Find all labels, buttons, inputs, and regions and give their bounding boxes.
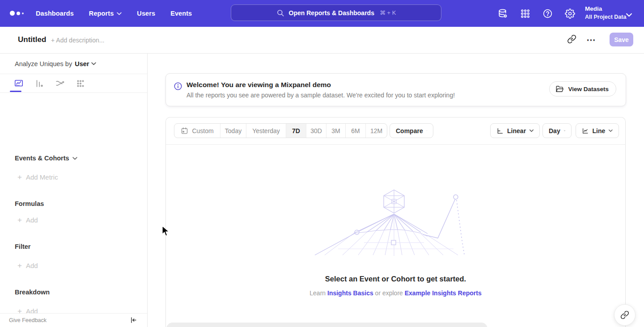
- empty-state-links: Learn Insights Basics or explore Example…: [166, 289, 625, 297]
- calendar-icon: [181, 127, 188, 134]
- analyze-uniques-row: Analyze Uniques by User: [0, 54, 147, 74]
- report-header: Untitled + Add description... ⋯ Save: [0, 27, 644, 54]
- give-feedback-link[interactable]: Give Feedback: [9, 317, 47, 323]
- plus-icon: +: [17, 262, 22, 269]
- chevron-down-icon: [72, 157, 77, 160]
- share-link-fab[interactable]: [614, 304, 636, 326]
- formulas-section: Formulas: [15, 200, 44, 207]
- events-cohorts-section[interactable]: Events & Cohorts: [15, 155, 77, 162]
- project-chevron-down-icon[interactable]: [626, 11, 632, 19]
- add-metric-button[interactable]: + Add Metric: [17, 173, 58, 181]
- mixpanel-insights-page: Dashboards Reports Users Events Open Rep…: [0, 0, 644, 327]
- empty-state-title: Select an Event or Cohort to get started…: [166, 275, 625, 283]
- primary-nav: Dashboards Reports Users Events: [36, 0, 192, 27]
- toolbar-divider: [166, 144, 625, 145]
- chevron-down-icon: [564, 129, 565, 132]
- data-management-icon[interactable]: [497, 8, 508, 19]
- tab-bar-chart-icon[interactable]: [32, 76, 47, 91]
- collapse-sidebar-icon[interactable]: [129, 316, 137, 324]
- view-datasets-button[interactable]: View Datasets: [549, 81, 616, 96]
- breakdown-section: Breakdown: [15, 289, 50, 296]
- help-icon[interactable]: [542, 8, 553, 19]
- scale-dropdown[interactable]: Linear: [490, 123, 540, 138]
- tab-line-chart-icon[interactable]: [12, 76, 26, 91]
- banner-subtitle: All the reports you see are powered by a…: [186, 92, 455, 99]
- plus-icon: +: [17, 217, 22, 223]
- save-button[interactable]: Save: [610, 33, 633, 46]
- report-description-placeholder[interactable]: + Add description...: [51, 37, 104, 44]
- copy-link-icon[interactable]: [567, 34, 578, 45]
- range-30d[interactable]: 30D: [306, 124, 326, 138]
- range-custom[interactable]: Custom: [174, 124, 220, 138]
- range-6m[interactable]: 6M: [346, 124, 366, 138]
- folder-icon: [555, 85, 564, 93]
- line-chart-icon: [582, 127, 589, 135]
- example-insights-reports-link[interactable]: Example Insights Reports: [405, 289, 482, 297]
- range-3m[interactable]: 3M: [326, 124, 346, 138]
- settings-gear-icon[interactable]: [564, 8, 575, 19]
- range-yesterday[interactable]: Yesterday: [246, 124, 286, 138]
- top-nav: Dashboards Reports Users Events Open Rep…: [0, 0, 644, 27]
- info-icon: [174, 82, 182, 91]
- mixpanel-logo-icon[interactable]: [10, 11, 24, 16]
- search-icon: [276, 9, 284, 17]
- range-7d[interactable]: 7D: [286, 124, 306, 138]
- tab-flow-icon[interactable]: [53, 76, 67, 91]
- search-placeholder: Open Reports & Dashboards: [289, 9, 374, 17]
- chevron-down-icon: [117, 12, 122, 15]
- linear-axis-icon: [496, 127, 504, 135]
- link-icon: [620, 310, 629, 319]
- chevron-down-icon: [609, 129, 613, 132]
- search-input[interactable]: Open Reports & Dashboards ⌘ + K: [231, 4, 441, 21]
- add-formula-button[interactable]: + Add: [17, 216, 38, 224]
- add-filter-button[interactable]: + Add: [17, 262, 38, 269]
- report-title[interactable]: Untitled: [18, 35, 46, 44]
- more-options-button[interactable]: ⋯: [585, 32, 597, 48]
- chevron-down-icon: [530, 129, 534, 132]
- nav-dashboards[interactable]: Dashboards: [36, 10, 74, 17]
- project-name: Media: [585, 5, 626, 13]
- banner-title: Welcome! You are viewing a Mixpanel demo: [186, 81, 331, 89]
- project-scope: All Project Data: [585, 13, 626, 21]
- chart-type-tabs: [0, 74, 147, 93]
- project-switcher[interactable]: Media All Project Data: [585, 5, 626, 21]
- date-range-segmented-control: Custom Today Yesterday 7D 30D 3M 6M 12M: [174, 123, 387, 138]
- chevron-down-icon: [91, 62, 96, 65]
- insights-basics-link[interactable]: Insights Basics: [327, 289, 373, 297]
- query-sidebar: Analyze Uniques by User Events & Cohorts: [0, 54, 148, 327]
- welcome-banner: Welcome! You are viewing a Mixpanel demo…: [165, 73, 626, 106]
- search-shortcut: ⌘ + K: [380, 9, 396, 16]
- compare-button[interactable]: Compare: [390, 123, 433, 138]
- apps-grid-icon[interactable]: [520, 8, 530, 19]
- insights-report-card: Custom Today Yesterday 7D 30D 3M 6M 12M …: [165, 117, 626, 327]
- range-12m[interactable]: 12M: [366, 124, 387, 138]
- nav-icon-group: [497, 0, 575, 27]
- analyze-label: Analyze Uniques by: [15, 60, 72, 67]
- nav-reports[interactable]: Reports: [89, 10, 122, 17]
- bottom-panel-edge[interactable]: [166, 323, 487, 327]
- chart-style-dropdown[interactable]: Line: [576, 123, 619, 138]
- plus-icon: +: [17, 174, 22, 180]
- sidebar-footer: Give Feedback: [0, 313, 147, 327]
- analyze-by-dropdown[interactable]: User: [75, 60, 96, 67]
- nav-users[interactable]: Users: [137, 10, 155, 17]
- interval-dropdown[interactable]: Day: [542, 123, 572, 138]
- nav-events[interactable]: Events: [170, 10, 192, 17]
- empty-state-illustration: [311, 188, 481, 260]
- tab-scatter-icon[interactable]: [73, 76, 88, 91]
- range-today[interactable]: Today: [220, 124, 246, 138]
- chevron-down-icon: [427, 129, 427, 132]
- filter-section: Filter: [15, 243, 30, 250]
